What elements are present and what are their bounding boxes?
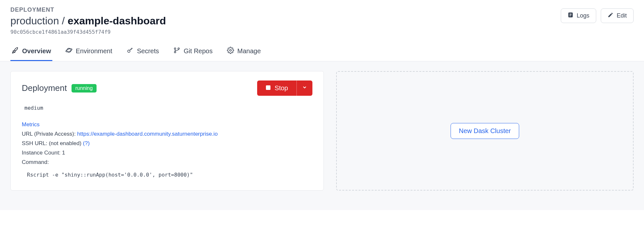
breadcrumb-separator: / [59,15,68,27]
instance-count-label: Instance Count: [22,150,62,156]
planet-icon [65,47,72,56]
tab-secrets[interactable]: Secrets [125,44,160,61]
command-label: Command: [22,158,312,167]
command-value: Rscript -e "shiny::runApp(host='0.0.0.0'… [22,170,312,179]
page-overline: DEPLOYMENT [10,6,561,13]
svg-point-7 [174,48,176,50]
edit-button[interactable]: Edit [601,8,634,23]
stop-dropdown-button[interactable] [296,80,312,96]
logs-button[interactable]: Logs [561,8,596,23]
tab-git-repos[interactable]: Git Repos [172,44,214,61]
url-label: URL (Private Access): [22,131,77,137]
tab-secrets-label: Secrets [137,47,159,55]
svg-rect-11 [266,85,270,90]
breadcrumb-current: example-dashboard [68,15,166,27]
svg-point-10 [230,50,231,52]
status-badge: running [72,84,97,93]
tab-manage-label: Manage [237,47,261,55]
dask-cluster-panel: New Dask Cluster [336,71,634,191]
new-dask-cluster-label: New Dask Cluster [459,127,511,135]
stop-icon [266,84,271,92]
metrics-link[interactable]: Metrics [22,121,40,128]
logs-icon [568,12,573,19]
breadcrumb-root[interactable]: production [10,15,59,27]
tab-git-repos-label: Git Repos [184,47,213,55]
deployment-hash: 90c056cbce1f4861aa39f43d455f74f9 [10,29,561,35]
instance-size: medium [22,105,312,111]
tab-manage[interactable]: Manage [226,44,262,61]
tab-overview-label: Overview [22,47,51,55]
logs-button-label: Logs [577,12,589,19]
gear-icon [227,47,234,56]
chevron-down-icon [302,85,307,92]
deployment-card: Deployment running Stop [10,71,324,191]
stop-button[interactable]: Stop [257,80,296,96]
deployment-url-link[interactable]: https://example-dashboard.community.satu… [77,131,217,137]
tab-environment-label: Environment [76,47,112,55]
new-dask-cluster-button[interactable]: New Dask Cluster [451,123,519,139]
key-icon [126,47,134,56]
rocket-icon [12,47,19,56]
tabs: Overview Environment Secrets Git Repos M… [0,35,644,61]
stop-button-label: Stop [275,84,288,92]
svg-point-8 [178,48,179,50]
git-branch-icon [173,47,180,56]
ssh-help-link[interactable]: (?) [83,140,90,146]
edit-button-label: Edit [617,12,627,19]
tab-environment[interactable]: Environment [64,44,113,61]
edit-icon [608,12,613,19]
breadcrumb: production / example-dashboard [10,15,561,27]
svg-point-6 [128,50,130,52]
svg-point-9 [174,52,176,53]
card-title: Deployment [22,83,67,93]
instance-count-value: 1 [62,150,65,156]
ssh-url-label: SSH URL: (not enabled) [22,140,83,146]
svg-point-5 [65,48,72,53]
tab-overview[interactable]: Overview [10,44,52,61]
